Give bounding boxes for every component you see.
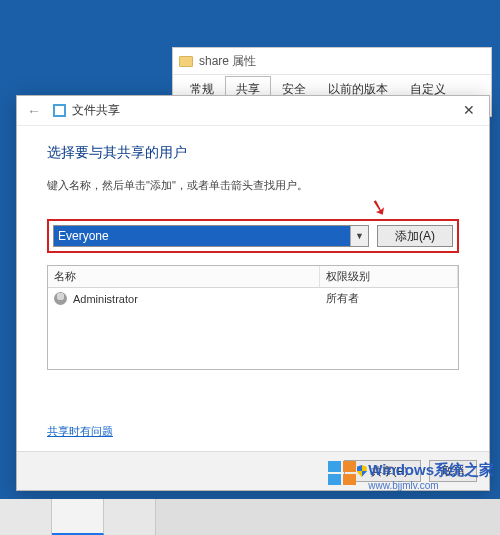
taskbar-item[interactable] — [104, 499, 156, 535]
watermark: Windows系统之家 www.bjjmlv.com — [328, 461, 494, 491]
user-permissions-table: 名称 权限级别 Administrator 所有者 — [47, 265, 459, 370]
table-empty-space — [48, 309, 458, 369]
windows-logo-icon — [328, 461, 362, 491]
taskbar — [0, 499, 500, 535]
add-user-row: ▼ 添加(A) — [47, 219, 459, 253]
desktop: share 属性 常规 共享 安全 以前的版本 自定义 ← 文件共享 ✕ 选择要… — [0, 0, 500, 535]
add-button[interactable]: 添加(A) — [377, 225, 453, 247]
watermark-text: Windows系统之家 www.bjjmlv.com — [368, 461, 494, 491]
taskbar-item[interactable] — [0, 499, 52, 535]
folder-icon — [179, 56, 193, 67]
share-icon — [53, 104, 66, 117]
cell-name-text: Administrator — [73, 293, 138, 305]
dialog-header: ← 文件共享 ✕ — [17, 96, 489, 126]
watermark-brand: Windows系统之家 — [368, 461, 494, 480]
file-sharing-dialog: ← 文件共享 ✕ 选择要与其共享的用户 键入名称，然后单击"添加"，或者单击箭头… — [16, 95, 490, 491]
user-input[interactable] — [54, 226, 350, 246]
user-icon — [54, 292, 67, 305]
watermark-url: www.bjjmlv.com — [368, 480, 494, 491]
cell-permission: 所有者 — [320, 288, 458, 309]
dialog-instruction: 键入名称，然后单击"添加"，或者单击箭头查找用户。 — [47, 178, 459, 193]
properties-titlebar: share 属性 — [173, 48, 491, 74]
close-button[interactable]: ✕ — [449, 96, 489, 124]
cell-name: Administrator — [48, 289, 320, 308]
chevron-down-icon[interactable]: ▼ — [350, 226, 368, 246]
table-row[interactable]: Administrator 所有者 — [48, 288, 458, 309]
taskbar-item[interactable] — [52, 499, 104, 535]
back-arrow-icon[interactable]: ← — [23, 103, 45, 119]
dialog-heading: 选择要与其共享的用户 — [47, 144, 459, 162]
dialog-body: 选择要与其共享的用户 键入名称，然后单击"添加"，或者单击箭头查找用户。 ▼ 添… — [17, 126, 489, 451]
properties-title-text: share 属性 — [199, 48, 256, 74]
user-combobox[interactable]: ▼ — [53, 225, 369, 247]
column-header-name[interactable]: 名称 — [48, 266, 320, 287]
help-link[interactable]: 共享时有问题 — [47, 424, 459, 439]
dialog-title-text: 文件共享 — [72, 102, 120, 119]
column-header-permission[interactable]: 权限级别 — [320, 266, 458, 287]
dialog-title: 文件共享 — [53, 102, 120, 119]
table-header: 名称 权限级别 — [48, 266, 458, 288]
